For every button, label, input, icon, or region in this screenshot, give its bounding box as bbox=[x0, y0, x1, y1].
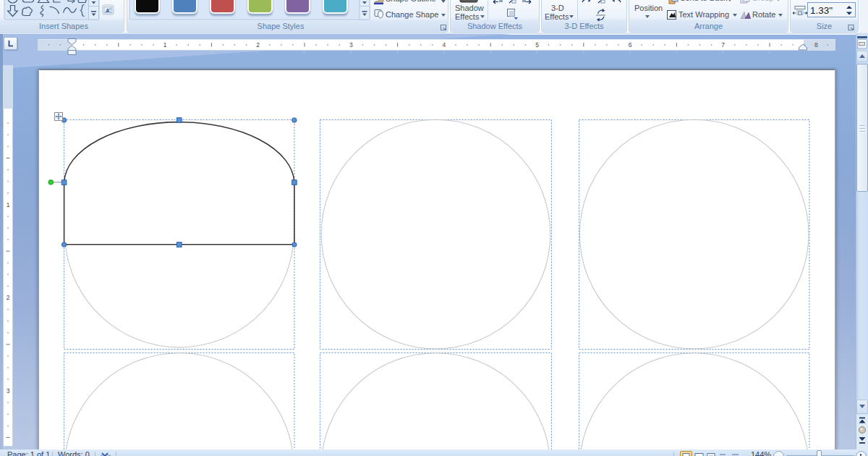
svg-text:1.33": 1.33" bbox=[810, 5, 833, 16]
